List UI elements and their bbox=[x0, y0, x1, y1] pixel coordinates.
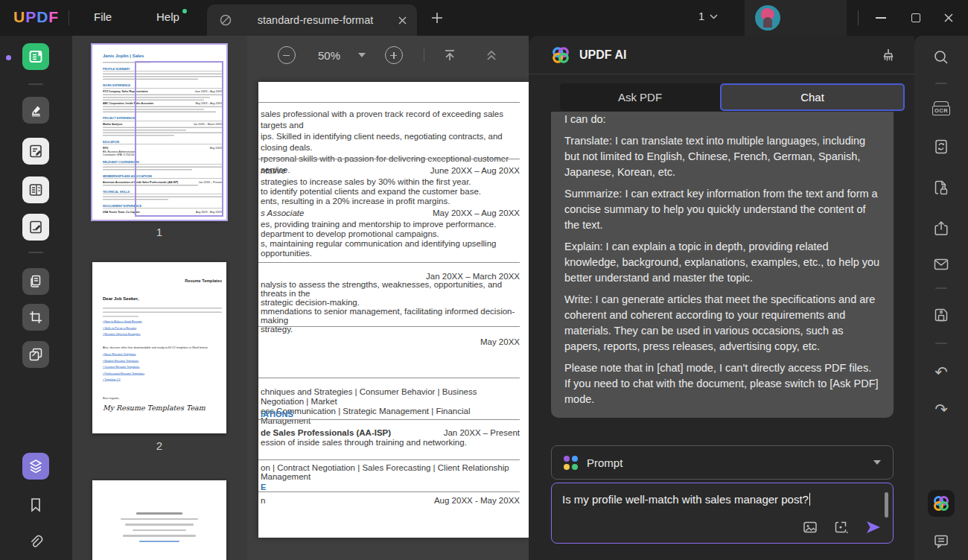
thumbnails-panel-button[interactable] bbox=[22, 453, 49, 480]
save-button[interactable] bbox=[932, 306, 950, 324]
bookmark-icon bbox=[28, 497, 43, 513]
document-tab[interactable]: standard-resume-format bbox=[207, 4, 417, 36]
reader-mode-button[interactable] bbox=[22, 43, 49, 70]
viewport-indicator[interactable] bbox=[135, 61, 223, 217]
scroll-to-top-button[interactable] bbox=[442, 48, 457, 63]
search-button[interactable] bbox=[932, 48, 950, 66]
bookmarks-panel-button[interactable] bbox=[22, 491, 49, 518]
zoom-dropdown-caret[interactable] bbox=[358, 53, 366, 57]
zoom-out-button[interactable] bbox=[278, 46, 296, 64]
share-button[interactable] bbox=[932, 220, 950, 238]
document-text-line: ips. Skilled in identifying client needs… bbox=[261, 131, 520, 153]
new-tab-button[interactable] bbox=[430, 11, 444, 25]
document-tab-title: standard-resume-format bbox=[240, 14, 391, 26]
thumbnail-text-line: Also, discover other free downloadable a… bbox=[103, 346, 222, 349]
screenshot-icon[interactable] bbox=[833, 519, 850, 535]
page-thumbnail-3[interactable] bbox=[92, 480, 226, 560]
convert-pages-button[interactable] bbox=[22, 341, 49, 368]
reader-icon bbox=[28, 48, 44, 65]
titlebar-divider bbox=[69, 10, 69, 25]
thumbnail-text-line: Skills to Put on a Resume bbox=[103, 326, 222, 330]
thumbnail-3-content bbox=[107, 509, 211, 546]
logo-letter: P bbox=[25, 8, 36, 26]
attachments-panel-button[interactable] bbox=[22, 529, 49, 556]
tab-ask-pdf[interactable]: Ask PDF bbox=[560, 83, 720, 111]
protect-file-icon bbox=[932, 179, 950, 197]
job-row: ntative June 20XX – Aug 20XX bbox=[261, 166, 520, 175]
ai-prompt-input-text: Is my profile well-match with sales mana… bbox=[562, 493, 809, 506]
involvement-heading-fragment: E bbox=[261, 483, 266, 491]
protect-button[interactable] bbox=[932, 179, 950, 197]
feedback-button[interactable] bbox=[932, 532, 950, 550]
share-icon bbox=[932, 220, 950, 238]
document-text-line: nalysis to assess the strengths, weaknes… bbox=[261, 280, 520, 298]
menu-help[interactable]: Help bbox=[156, 10, 179, 23]
job-title: s Associate bbox=[261, 209, 304, 217]
clean-chat-icon[interactable] bbox=[880, 47, 897, 63]
avatar[interactable] bbox=[755, 5, 780, 31]
text-cursor bbox=[809, 493, 811, 506]
batch-pages-button[interactable] bbox=[22, 268, 49, 295]
redo-button[interactable] bbox=[932, 401, 950, 419]
menu-file[interactable]: File bbox=[94, 10, 112, 23]
involvement-date: Aug 20XX - May 20XX bbox=[434, 496, 520, 505]
page-count-dropdown[interactable]: 1 bbox=[698, 10, 718, 22]
section-rule bbox=[258, 419, 520, 420]
updf-ai-button[interactable] bbox=[928, 490, 955, 517]
toolbar-divider bbox=[935, 83, 947, 84]
close-tab-icon[interactable] bbox=[398, 16, 407, 25]
window-controls-divider bbox=[858, 10, 859, 25]
save-icon bbox=[932, 306, 950, 324]
page-thumbnail-1[interactable]: Janis Joplin | SalesPROFILE SUMMARYWORK … bbox=[92, 45, 226, 220]
prompt-icon bbox=[564, 456, 578, 470]
thumbnail-text-line bbox=[103, 312, 222, 314]
document-toolbar: 50% bbox=[247, 36, 529, 74]
ocr-button[interactable]: OCR bbox=[932, 99, 950, 117]
education-date: May 20XX bbox=[480, 337, 520, 346]
prompt-selector[interactable]: Prompt bbox=[551, 445, 894, 480]
close-window-button[interactable] bbox=[944, 13, 953, 22]
ai-message-paragraph: Please note that in [chat] mode, I can't… bbox=[564, 360, 880, 407]
zoom-in-button[interactable] bbox=[385, 46, 403, 64]
edit-pdf-button[interactable] bbox=[22, 138, 49, 165]
tab-chat[interactable]: Chat bbox=[720, 83, 905, 111]
crop-pages-button[interactable] bbox=[22, 304, 49, 331]
undo-button[interactable] bbox=[932, 363, 950, 381]
pdf-page[interactable]: sales professional with a proven track r… bbox=[258, 82, 529, 538]
left-toolbar bbox=[0, 36, 72, 560]
crop-icon bbox=[28, 309, 44, 325]
minimize-button[interactable] bbox=[876, 17, 886, 19]
previous-page-button[interactable] bbox=[484, 48, 499, 63]
insert-image-icon[interactable] bbox=[802, 519, 818, 535]
ai-prompt-input[interactable]: Is my profile well-match with sales mana… bbox=[551, 483, 894, 544]
fill-sign-button[interactable] bbox=[22, 214, 49, 241]
zoom-level: 50% bbox=[318, 49, 340, 62]
document-text-line: strategic decision-making. bbox=[261, 298, 520, 307]
email-button[interactable] bbox=[932, 255, 950, 273]
logo-letter: F bbox=[48, 8, 59, 26]
organize-pages-button[interactable] bbox=[22, 176, 49, 203]
chat-messages-area[interactable]: I can do:Translate: I can translate text… bbox=[529, 112, 914, 430]
page-thumbnail-2[interactable]: Resume TemplatesDear Job Seeker,How to M… bbox=[92, 262, 226, 433]
menu-help-label: Help bbox=[156, 10, 179, 23]
prompt-dropdown-caret[interactable] bbox=[873, 460, 881, 465]
convert-button[interactable] bbox=[932, 138, 950, 156]
ai-mode-tabs: Ask PDF Chat bbox=[560, 83, 905, 111]
document-text-line: chniques and Strategies | Consumer Behav… bbox=[261, 387, 520, 407]
ai-message-paragraph: I can do: bbox=[564, 112, 880, 127]
logo-letter: D bbox=[36, 8, 48, 26]
account-area[interactable] bbox=[745, 0, 847, 36]
edit-page-icon bbox=[28, 143, 44, 159]
job-title: ntative bbox=[261, 166, 286, 175]
job-date: May 20XX – Aug 20XX bbox=[433, 209, 520, 217]
ai-message-paragraph: Summarize: I can extract key information… bbox=[564, 186, 880, 233]
sidebar-divider bbox=[28, 83, 43, 85]
document-text-line: strategies to increase sales by 30% with… bbox=[261, 177, 520, 187]
maximize-button[interactable] bbox=[911, 13, 920, 22]
input-scrollbar[interactable] bbox=[885, 492, 888, 518]
redo-icon bbox=[934, 402, 948, 418]
send-icon[interactable] bbox=[864, 519, 882, 535]
comment-tool-button[interactable] bbox=[22, 97, 49, 124]
thumbnail-text-line: Basic Resume Templates bbox=[103, 353, 222, 357]
membership-row: de Sales Professionals (AA-ISP) Jan 20XX… bbox=[261, 428, 520, 437]
